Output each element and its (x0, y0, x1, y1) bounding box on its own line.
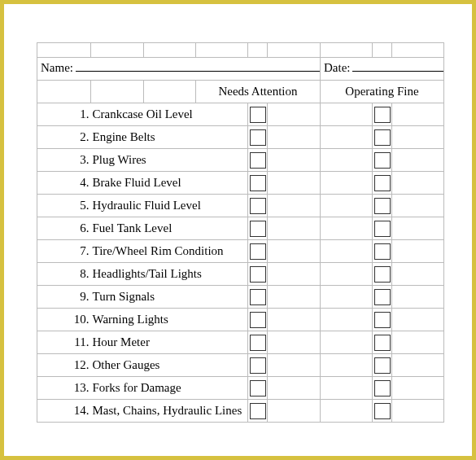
item-label: Fuel Tank Level (91, 217, 248, 240)
checklist-row: 2.Engine Belts (37, 126, 444, 149)
needs-attention-checkbox[interactable] (250, 380, 266, 396)
operating-fine-checkbox[interactable] (374, 403, 391, 419)
spacer-cell (392, 149, 444, 172)
item-number: 12. (37, 354, 91, 377)
spacer-cell (392, 240, 444, 263)
item-number: 5. (37, 195, 91, 217)
needs-attention-checkbox[interactable] (250, 266, 266, 283)
spacer-cell (321, 172, 373, 195)
needs-attention-checkbox[interactable] (250, 129, 266, 146)
operating-fine-checkbox-cell (373, 377, 392, 400)
spacer-cell (268, 400, 321, 423)
spacer-cell (392, 172, 444, 195)
operating-fine-checkbox[interactable] (374, 266, 391, 283)
spacer-cell (392, 195, 444, 217)
operating-fine-checkbox[interactable] (374, 380, 391, 396)
item-label: Turn Signals (91, 286, 248, 309)
needs-attention-checkbox[interactable] (250, 335, 266, 351)
spacer-cell (321, 217, 373, 240)
spacer-cell (268, 240, 321, 263)
needs-attention-checkbox[interactable] (250, 289, 266, 305)
checklist-row: 6.Fuel Tank Level (37, 217, 444, 240)
spacer-row (37, 43, 444, 58)
operating-fine-checkbox[interactable] (374, 129, 391, 146)
checklist-row: 8.Headlights/Tail Lights (37, 263, 444, 286)
checklist-table: Name: Date: Needs Attention Operating Fi… (37, 42, 444, 423)
needs-attention-checkbox[interactable] (250, 221, 266, 237)
spacer-cell (392, 377, 444, 400)
needs-attention-checkbox[interactable] (250, 403, 266, 419)
spacer-cell (268, 331, 321, 354)
needs-attention-checkbox[interactable] (250, 312, 266, 328)
spacer-cell (268, 103, 321, 126)
operating-fine-checkbox[interactable] (374, 221, 391, 237)
item-label: Tire/Wheel Rim Condition (91, 240, 248, 263)
date-cell: Date: (321, 58, 444, 81)
spacer-cell (321, 263, 373, 286)
needs-attention-checkbox[interactable] (250, 357, 266, 374)
date-label: Date: (324, 61, 350, 75)
spacer-cell (392, 126, 444, 149)
operating-fine-checkbox[interactable] (374, 107, 391, 123)
spacer-cell (321, 309, 373, 331)
operating-fine-checkbox[interactable] (374, 357, 391, 374)
item-label: Plug Wires (91, 149, 248, 172)
column-header-row: Needs Attention Operating Fine (37, 81, 444, 103)
needs-attention-checkbox-cell (248, 195, 268, 217)
needs-attention-checkbox[interactable] (250, 107, 266, 123)
needs-attention-checkbox[interactable] (250, 243, 266, 260)
needs-attention-checkbox-cell (248, 240, 268, 263)
needs-attention-checkbox-cell (248, 149, 268, 172)
operating-fine-checkbox[interactable] (374, 198, 391, 214)
operating-fine-checkbox-cell (373, 172, 392, 195)
item-number: 7. (37, 240, 91, 263)
item-label: Hydraulic Fluid Level (91, 195, 248, 217)
item-label: Brake Fluid Level (91, 172, 248, 195)
spacer-cell (392, 309, 444, 331)
needs-attention-checkbox[interactable] (250, 175, 266, 191)
item-label: Headlights/Tail Lights (91, 263, 248, 286)
spacer-cell (392, 217, 444, 240)
operating-fine-checkbox-cell (373, 286, 392, 309)
spacer-cell (321, 377, 373, 400)
checklist-row: 3.Plug Wires (37, 149, 444, 172)
spacer-cell (392, 263, 444, 286)
operating-fine-checkbox-cell (373, 354, 392, 377)
needs-attention-checkbox-cell (248, 400, 268, 423)
operating-fine-checkbox-cell (373, 309, 392, 331)
operating-fine-checkbox[interactable] (374, 152, 391, 169)
item-label: Other Gauges (91, 354, 248, 377)
operating-fine-checkbox[interactable] (374, 335, 391, 351)
spacer-cell (268, 195, 321, 217)
spacer-cell (321, 103, 373, 126)
needs-attention-checkbox[interactable] (250, 152, 266, 169)
operating-fine-checkbox-cell (373, 331, 392, 354)
spacer-cell (268, 354, 321, 377)
date-input-line[interactable] (352, 58, 443, 72)
spacer-cell (268, 286, 321, 309)
needs-attention-checkbox[interactable] (250, 198, 266, 214)
item-label: Hour Meter (91, 331, 248, 354)
needs-attention-checkbox-cell (248, 263, 268, 286)
spacer-cell (321, 195, 373, 217)
item-number: 6. (37, 217, 91, 240)
item-label: Crankcase Oil Level (91, 103, 248, 126)
checklist-row: 11.Hour Meter (37, 331, 444, 354)
needs-attention-checkbox-cell (248, 126, 268, 149)
operating-fine-checkbox-cell (373, 400, 392, 423)
spacer-cell (268, 263, 321, 286)
item-number: 1. (37, 103, 91, 126)
needs-attention-checkbox-cell (248, 286, 268, 309)
operating-fine-checkbox[interactable] (374, 175, 391, 191)
name-input-line[interactable] (76, 58, 320, 72)
operating-fine-header: Operating Fine (321, 81, 444, 103)
needs-attention-checkbox-cell (248, 172, 268, 195)
operating-fine-checkbox[interactable] (374, 289, 391, 305)
item-label: Forks for Damage (91, 377, 248, 400)
spacer-cell (392, 400, 444, 423)
operating-fine-checkbox[interactable] (374, 243, 391, 260)
operating-fine-checkbox[interactable] (374, 312, 391, 328)
needs-attention-checkbox-cell (248, 103, 268, 126)
spacer-cell (268, 377, 321, 400)
spacer-cell (321, 331, 373, 354)
